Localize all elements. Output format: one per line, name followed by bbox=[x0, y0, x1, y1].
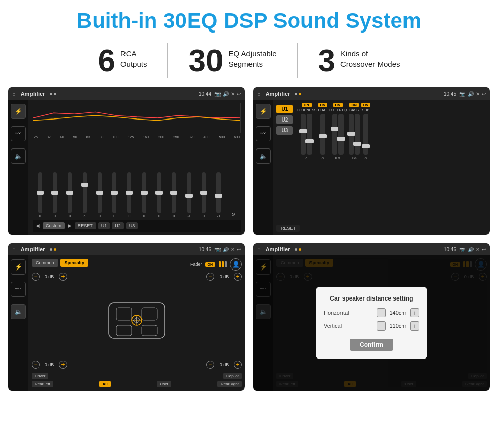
home-icon-1[interactable]: ⌂ bbox=[12, 91, 16, 97]
wave-tool-btn[interactable]: 〰 bbox=[11, 126, 26, 141]
horizontal-minus-btn[interactable]: − bbox=[377, 308, 386, 317]
eq-tool-btn[interactable]: ⚡ bbox=[11, 104, 26, 119]
eq-thumb-9[interactable] bbox=[170, 191, 177, 195]
user-btn[interactable]: User bbox=[157, 381, 171, 387]
eq-tool-btn-2[interactable]: ⚡ bbox=[256, 104, 271, 119]
cutfreq-thumb-g[interactable] bbox=[337, 137, 345, 141]
home-icon-4[interactable]: ⌂ bbox=[257, 246, 261, 252]
eq-prev-btn[interactable]: ◄ bbox=[35, 222, 41, 229]
cutfreq-slider-g[interactable] bbox=[338, 114, 344, 155]
loudness-thumb-l[interactable] bbox=[299, 129, 307, 133]
eq-track-4[interactable] bbox=[98, 172, 102, 213]
vertical-plus-btn[interactable]: + bbox=[410, 321, 419, 331]
tab-specialty-3[interactable]: Specialty bbox=[60, 259, 89, 267]
fader-on-toggle[interactable]: ON bbox=[205, 262, 216, 267]
eq-u3-btn[interactable]: U3 bbox=[126, 222, 138, 229]
eq-thumb-8[interactable] bbox=[155, 191, 163, 195]
phat-thumb[interactable] bbox=[319, 134, 327, 138]
rearleft-btn[interactable]: RearLeft bbox=[32, 381, 53, 387]
expand-icon[interactable]: » bbox=[232, 210, 236, 218]
tab-common-3[interactable]: Common bbox=[32, 259, 58, 267]
phat-slider[interactable] bbox=[320, 114, 325, 155]
back-icon-4[interactable]: ↩ bbox=[482, 247, 486, 252]
eq-track-10[interactable] bbox=[187, 172, 191, 213]
bass-thumb-f[interactable] bbox=[347, 132, 355, 136]
vertical-minus-btn[interactable]: − bbox=[377, 321, 386, 331]
eq-reset-btn[interactable]: RESET bbox=[75, 222, 96, 229]
eq-thumb-6[interactable] bbox=[126, 191, 133, 195]
eq-thumb-11[interactable] bbox=[200, 191, 207, 195]
loudness-thumb-r[interactable] bbox=[305, 139, 314, 143]
driver-btn[interactable]: Driver bbox=[32, 373, 48, 379]
loudness-slider-r[interactable] bbox=[307, 114, 312, 155]
eq-thumb-12[interactable] bbox=[215, 194, 222, 198]
speaker-tool-btn-2[interactable]: 🔈 bbox=[256, 148, 271, 164]
confirm-button[interactable]: Confirm bbox=[350, 339, 393, 351]
bass-slider-g[interactable] bbox=[355, 114, 360, 155]
home-icon-2[interactable]: ⌂ bbox=[257, 91, 261, 97]
vol-minus-rr[interactable]: − bbox=[206, 361, 214, 369]
eq-thumb-1[interactable] bbox=[51, 191, 58, 195]
speaker-tool-btn-3[interactable]: 🔈 bbox=[11, 304, 26, 319]
eq-track-8[interactable] bbox=[157, 172, 161, 213]
eq-thumb-10[interactable] bbox=[185, 194, 193, 198]
eq-thumb-3[interactable] bbox=[81, 183, 88, 187]
rearright-btn[interactable]: RearRight bbox=[217, 381, 242, 387]
home-icon-3[interactable]: ⌂ bbox=[12, 246, 16, 252]
u1-button[interactable]: U1 bbox=[276, 105, 293, 113]
eq-track-5[interactable] bbox=[112, 172, 116, 213]
eq-track-1[interactable] bbox=[53, 172, 57, 213]
u3-button[interactable]: U3 bbox=[276, 126, 293, 135]
cutfreq-on[interactable]: ON bbox=[333, 103, 343, 107]
loudness-col: ON LOUDNESS 0 bbox=[297, 103, 317, 160]
copilot-btn[interactable]: Copilot bbox=[223, 373, 242, 379]
vol-minus-fr[interactable]: − bbox=[206, 273, 214, 281]
vol-minus-rl[interactable]: − bbox=[32, 361, 40, 369]
eq-thumb-0[interactable] bbox=[37, 191, 44, 195]
eq-track-11[interactable] bbox=[202, 172, 206, 213]
back-icon-3[interactable]: ↩ bbox=[237, 247, 241, 252]
phat-on[interactable]: ON bbox=[318, 103, 328, 107]
eq-thumb-2[interactable] bbox=[66, 191, 73, 195]
cutfreq-slider-f[interactable] bbox=[332, 114, 337, 155]
horizontal-plus-btn[interactable]: + bbox=[410, 308, 419, 317]
vol-plus-rl[interactable]: + bbox=[59, 361, 67, 369]
eq-thumb-7[interactable] bbox=[141, 191, 148, 195]
person-icon-3[interactable]: 👤 bbox=[230, 258, 242, 271]
back-icon-1[interactable]: ↩ bbox=[237, 91, 241, 97]
vol-plus-rr[interactable]: + bbox=[234, 361, 242, 369]
eq-track-12[interactable] bbox=[216, 172, 221, 213]
eq-thumb-4[interactable] bbox=[96, 191, 103, 195]
eq-next-btn[interactable]: ► bbox=[67, 222, 73, 229]
eq-tool-btn-3[interactable]: ⚡ bbox=[11, 259, 26, 275]
sub-on[interactable]: ON bbox=[361, 103, 371, 107]
bass-slider-f[interactable] bbox=[349, 114, 354, 155]
back-icon-2[interactable]: ↩ bbox=[482, 91, 486, 97]
sub-thumb[interactable] bbox=[362, 144, 370, 148]
bass-thumb-g[interactable] bbox=[353, 142, 361, 146]
eq-track-6[interactable] bbox=[127, 172, 131, 213]
cutfreq-thumb-f[interactable] bbox=[331, 127, 339, 131]
eq-preset-custom[interactable]: Custom bbox=[43, 222, 65, 229]
wave-tool-btn-3[interactable]: 〰 bbox=[11, 282, 26, 297]
vol-minus-fl[interactable]: − bbox=[32, 273, 40, 281]
u2-button[interactable]: U2 bbox=[276, 115, 293, 124]
eq-track-7[interactable] bbox=[142, 172, 146, 213]
wave-tool-btn-2[interactable]: 〰 bbox=[256, 126, 271, 141]
eq-thumb-5[interactable] bbox=[111, 191, 118, 195]
all-btn[interactable]: All bbox=[99, 381, 110, 387]
eq-track-0[interactable] bbox=[38, 172, 42, 213]
eq-u1-btn[interactable]: U1 bbox=[98, 222, 110, 229]
eq-track-9[interactable] bbox=[172, 172, 176, 213]
speaker-tool-btn[interactable]: 🔈 bbox=[11, 148, 26, 164]
vol-plus-fl[interactable]: + bbox=[59, 273, 67, 281]
loudness-slider-l[interactable] bbox=[301, 114, 306, 155]
vol-plus-fr[interactable]: + bbox=[234, 273, 242, 281]
eq-track-3[interactable] bbox=[83, 172, 87, 213]
crossover-reset-btn[interactable]: RESET bbox=[276, 225, 300, 232]
loudness-on[interactable]: ON bbox=[302, 103, 312, 107]
eq-track-2[interactable] bbox=[68, 172, 72, 213]
bass-on[interactable]: ON bbox=[349, 103, 359, 107]
eq-u2-btn[interactable]: U2 bbox=[112, 222, 124, 229]
sub-slider[interactable] bbox=[363, 114, 368, 155]
